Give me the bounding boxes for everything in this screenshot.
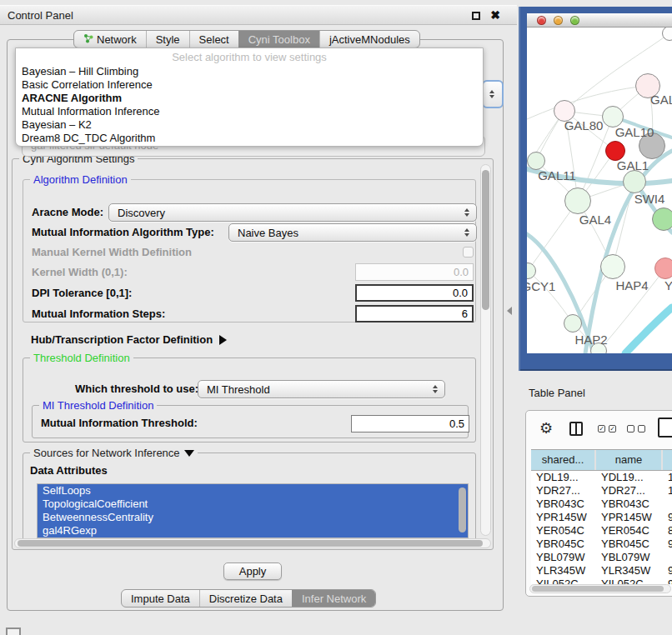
node-label-gcy1: GCY1: [527, 279, 555, 293]
dropdown-placeholder: Select algorithm to view settings: [16, 51, 483, 65]
table-cell: 12: [663, 484, 672, 498]
column-header-2[interactable]: [663, 450, 672, 470]
dropdown-item-bayesian-hill-climbing[interactable]: Bayesian – Hill Climbing: [16, 65, 483, 78]
panel-collapse-handle[interactable]: [507, 307, 512, 315]
combo-spinner-icon: [485, 90, 499, 98]
algorithm-combo-end[interactable]: [482, 80, 504, 108]
table-cell: YIL052C: [596, 578, 661, 584]
table-cell: YDL19...: [531, 471, 594, 484]
table-cell: 13: [663, 471, 672, 484]
node-label-y: Y: [664, 278, 672, 292]
algorithm-dropdown: Select algorithm to view settings Bayesi…: [15, 48, 484, 147]
table-cell: YDR27...: [531, 484, 594, 498]
control-panel-window: Control Panel ✖ NetworkStyleSelectCyni T…: [0, 5, 517, 617]
new-table-icon[interactable]: [658, 418, 672, 438]
table-cell: [663, 498, 672, 511]
network-node[interactable]: [564, 314, 582, 332]
select-all-checks-icon[interactable]: ✓✓: [598, 425, 616, 432]
bottom-tab-bar: Impute DataDiscretize DataInfer Network: [121, 589, 376, 608]
table-row[interactable]: YER054CYER054C8.: [531, 524, 672, 538]
tab-select[interactable]: Select: [189, 31, 238, 48]
control-panel-title: Control Panel: [8, 9, 73, 22]
table-cell: YBR045C: [531, 538, 594, 551]
table-cell: YIL052C: [531, 578, 594, 584]
table-header-row: shared...name: [531, 449, 672, 471]
node-label-gal10: GAL10: [615, 125, 654, 139]
dropdown-items: Bayesian – Hill ClimbingBasic Correlatio…: [16, 65, 483, 145]
node-label-hap2: HAP2: [574, 332, 607, 347]
tab-label: Discretize Data: [209, 590, 283, 608]
network-view-window: GALGAL80GAL10GAL11GAL1SWI4GAL4GCY1HAP4YH…: [519, 7, 672, 371]
table-cell: YER054C: [531, 524, 594, 538]
close-icon[interactable]: ✖: [490, 8, 500, 22]
tab-infer-network[interactable]: Infer Network: [292, 590, 375, 607]
dropdown-item-dream8-dc-tdc-algorithm[interactable]: Dream8 DC_TDC Algorithm: [16, 132, 483, 145]
float-window-icon[interactable]: [472, 12, 480, 20]
table-row[interactable]: YBR045CYBR045C9.: [531, 538, 672, 551]
tab-label: Network: [97, 31, 137, 48]
table-rows: YDL19...YDL19...13YDR27...YDR27...12YBR0…: [531, 471, 672, 584]
dropdown-item-bayesian-k2[interactable]: Bayesian – K2: [16, 118, 483, 132]
tab-label: Cyni Toolbox: [248, 31, 310, 48]
network-node[interactable]: [600, 254, 625, 279]
node-label-gal1: GAL1: [617, 158, 649, 172]
table-cell: YPR145W: [531, 511, 594, 524]
dropdown-item-basic-correlation-inference[interactable]: Basic Correlation Inference: [16, 78, 483, 92]
table-cell: YLR345W: [531, 564, 594, 578]
top-tab-bar: NetworkStyleSelectCyni ToolboxjActiveMNo…: [73, 30, 420, 48]
table-panel-title: Table Panel: [529, 387, 585, 399]
table-row[interactable]: YDL19...YDL19...13: [531, 471, 672, 484]
tab-label: Impute Data: [131, 590, 190, 608]
network-node[interactable]: [652, 208, 672, 231]
tab-jactivemnodules[interactable]: jActiveMNodules: [319, 31, 419, 48]
network-node[interactable]: [654, 258, 672, 279]
node-table: shared...name YDL19...YDL19...13YDR27...…: [531, 449, 672, 584]
tab-discretize-data[interactable]: Discretize Data: [199, 590, 292, 607]
node-label-gal80: GAL80: [564, 118, 604, 132]
table-horizontal-scrollbar[interactable]: [529, 584, 671, 593]
tab-label: Infer Network: [302, 590, 366, 608]
zoom-traffic-light[interactable]: [570, 16, 579, 25]
network-icon: [83, 31, 93, 48]
gear-icon[interactable]: ⚙: [539, 419, 553, 438]
table-row[interactable]: YPR145WYPR145W9.: [531, 511, 672, 524]
column-header-name[interactable]: name: [596, 450, 661, 470]
network-window-titlebar[interactable]: [527, 13, 672, 28]
column-layout-icon[interactable]: [569, 422, 583, 436]
table-cell: YER054C: [596, 524, 661, 538]
node-label-gal: GAL: [650, 92, 672, 107]
table-cell: 8.: [663, 524, 672, 538]
table-cell: 9.: [663, 564, 672, 578]
network-canvas[interactable]: GALGAL80GAL10GAL11GAL1SWI4GAL4GCY1HAP4YH…: [527, 28, 672, 353]
table-cell: YBR043C: [596, 498, 661, 511]
minimized-panel-icon[interactable]: [6, 628, 21, 635]
dropdown-item-aracne-algorithm[interactable]: ARACNE Algorithm: [16, 92, 483, 105]
network-node[interactable]: [527, 152, 545, 170]
dropdown-item-mutual-information-inference[interactable]: Mutual Information Inference: [16, 105, 483, 118]
table-row[interactable]: YDR27...YDR27...12: [531, 484, 672, 498]
node-label-hap4: HAP4: [615, 278, 648, 292]
table-cell: YDR27...: [596, 484, 661, 498]
deselect-all-checks-icon[interactable]: [627, 425, 645, 432]
table-row[interactable]: YBL079WYBL079W: [531, 551, 672, 564]
node-label-gal4: GAL4: [579, 212, 611, 227]
tab-style[interactable]: Style: [146, 31, 189, 48]
scrollbar-thumb[interactable]: [532, 586, 664, 592]
table-cell: 9.: [663, 511, 672, 524]
tab-label: Select: [199, 31, 229, 48]
tab-impute-data[interactable]: Impute Data: [122, 590, 199, 607]
network-node[interactable]: [564, 188, 591, 214]
minimize-traffic-light[interactable]: [554, 16, 563, 25]
table-row[interactable]: YLR345WYLR345W9.: [531, 564, 672, 578]
control-panel-titlebar: Control Panel ✖: [0, 5, 517, 25]
network-node[interactable]: [623, 170, 646, 193]
table-row[interactable]: YIL052CYIL052C9.: [531, 578, 672, 584]
desktop: Control Panel ✖ NetworkStyleSelectCyni T…: [0, 0, 672, 635]
tab-network[interactable]: Network: [74, 31, 146, 48]
node-label-gal11: GAL11: [538, 168, 576, 182]
close-traffic-light[interactable]: [537, 16, 546, 25]
tab-cyni-toolbox[interactable]: Cyni Toolbox: [238, 31, 319, 48]
column-header-shared[interactable]: shared...: [531, 450, 594, 470]
table-row[interactable]: YBR043CYBR043C: [531, 498, 672, 511]
tab-label: jActiveMNodules: [329, 31, 410, 48]
